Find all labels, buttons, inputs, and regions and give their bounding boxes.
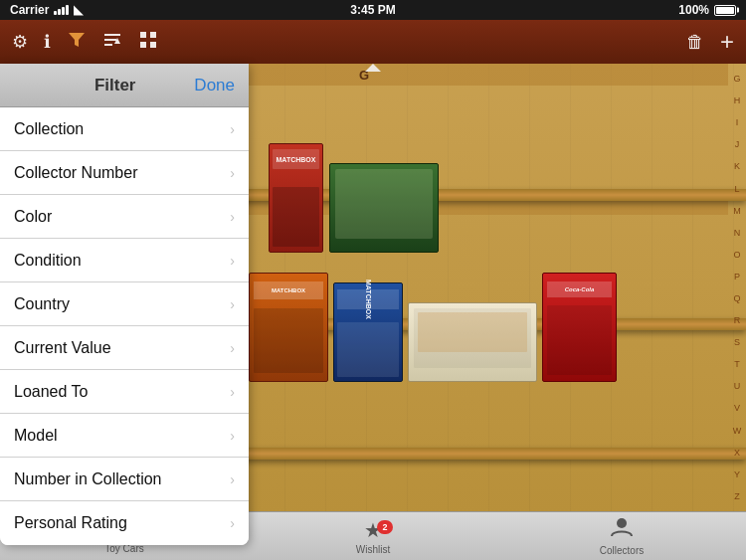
alpha-o[interactable]: O (733, 250, 740, 260)
alpha-p[interactable]: P (734, 272, 740, 281)
alpha-y[interactable]: Y (734, 469, 740, 479)
filter-item-label: Model (14, 427, 58, 445)
filter-item-label: Current Value (14, 339, 111, 357)
svg-marker-0 (69, 33, 85, 47)
chevron-right-icon: › (230, 209, 235, 225)
chevron-right-icon: › (230, 253, 235, 269)
svg-rect-7 (140, 42, 146, 48)
shelf-row-1: MATCHBOX (269, 143, 439, 253)
alpha-i[interactable]: I (736, 117, 739, 127)
status-bar-left: Carrier ◣ (10, 3, 83, 17)
shelf-row-2: MATCHBOX MATCHBOX Coca-Cola (249, 273, 617, 382)
filter-item-color[interactable]: Color › (0, 195, 249, 239)
chevron-right-icon: › (230, 471, 235, 487)
chevron-right-icon: › (230, 121, 235, 137)
alpha-h[interactable]: H (734, 95, 741, 105)
wishlist-badge: 2 (377, 520, 393, 534)
wishlist-label: Wishlist (356, 544, 390, 555)
trash-icon[interactable]: 🗑 (686, 32, 704, 53)
add-icon[interactable]: + (720, 28, 734, 56)
toolbar: ⚙ ℹ 🗑 + (0, 20, 746, 64)
toy-item[interactable]: Coca-Cola (542, 273, 617, 382)
alpha-x[interactable]: X (734, 448, 740, 458)
filter-item-loaned-to[interactable]: Loaned To › (0, 370, 249, 414)
status-bar-time: 3:45 PM (350, 3, 395, 17)
filter-icon[interactable] (67, 30, 87, 55)
collectors-icon (610, 516, 634, 543)
alpha-q[interactable]: Q (733, 293, 740, 303)
status-bar: Carrier ◣ 3:45 PM 100% (0, 0, 746, 20)
carrier-label: Carrier (10, 3, 49, 17)
filter-item-label: Country (14, 295, 70, 313)
collectors-label: Collectors (600, 545, 644, 556)
alpha-z[interactable]: Z (734, 491, 740, 501)
toolbar-left-group: ⚙ ℹ (12, 30, 158, 55)
filter-done-button[interactable]: Done (180, 76, 249, 95)
chevron-right-icon: › (230, 165, 235, 181)
status-bar-right: 100% (678, 3, 736, 17)
filter-item-label: Loaned To (14, 383, 88, 401)
filter-item-collection[interactable]: Collection › (0, 107, 249, 151)
alpha-l[interactable]: L (734, 184, 739, 194)
alpha-v[interactable]: V (734, 403, 740, 413)
alpha-m[interactable]: M (733, 206, 741, 216)
filter-item-current-value[interactable]: Current Value › (0, 326, 249, 370)
info-icon[interactable]: ℹ (44, 31, 51, 53)
alpha-k[interactable]: K (734, 161, 740, 171)
alpha-t[interactable]: T (734, 359, 740, 369)
filter-item-number-in-collection[interactable]: Number in Collection › (0, 458, 249, 501)
chevron-right-icon: › (230, 296, 235, 312)
toy-item[interactable]: MATCHBOX (269, 143, 323, 253)
svg-point-13 (617, 518, 627, 528)
alpha-w[interactable]: W (733, 426, 742, 436)
toolbar-right-group: 🗑 + (686, 28, 734, 56)
chevron-right-icon: › (230, 515, 235, 531)
svg-rect-6 (150, 32, 156, 38)
filter-item-label: Collector Number (14, 164, 137, 182)
filter-item-model[interactable]: Model › (0, 414, 249, 458)
filter-item-country[interactable]: Country › (0, 282, 249, 326)
grid-icon[interactable] (138, 30, 158, 55)
sort-icon[interactable] (102, 30, 122, 55)
alpha-r[interactable]: R (734, 315, 741, 325)
settings-icon[interactable]: ⚙ (12, 31, 28, 53)
filter-item-personal-rating[interactable]: Personal Rating › (0, 501, 249, 545)
alphabet-sidebar: G H I J K L M N O P Q R S T U V W X Y Z (728, 64, 746, 511)
filter-item-label: Condition (14, 252, 82, 270)
filter-item-label: Number in Collection (14, 470, 162, 488)
wifi-icon: ◣ (74, 3, 83, 17)
svg-rect-8 (150, 42, 156, 48)
toy-item[interactable]: MATCHBOX (333, 282, 403, 382)
battery-percent: 100% (678, 3, 709, 17)
alpha-n[interactable]: N (734, 228, 741, 238)
alpha-u[interactable]: U (734, 381, 741, 391)
svg-rect-1 (104, 34, 120, 36)
battery-fill (716, 7, 734, 14)
tab-wishlist[interactable]: 2 ★ Wishlist (249, 518, 497, 555)
filter-item-label: Collection (14, 120, 84, 138)
chevron-right-icon: › (230, 340, 235, 356)
alpha-s[interactable]: S (734, 337, 740, 347)
toy-item[interactable]: MATCHBOX (249, 273, 328, 382)
toy-item[interactable] (408, 302, 537, 382)
filter-title: Filter (50, 76, 180, 95)
svg-rect-2 (104, 39, 116, 41)
svg-rect-5 (140, 32, 146, 38)
toy-item[interactable] (329, 163, 439, 253)
filter-item-condition[interactable]: Condition › (0, 239, 249, 282)
battery-icon (714, 5, 736, 16)
signal-bars (54, 5, 69, 15)
chevron-right-icon: › (230, 428, 235, 444)
filter-item-label: Personal Rating (14, 514, 127, 532)
filter-dropdown: Filter Done Collection › Collector Numbe… (0, 64, 249, 545)
filter-item-label: Color (14, 208, 52, 226)
filter-active-indicator (365, 64, 381, 72)
alpha-j[interactable]: J (735, 139, 740, 149)
alpha-g[interactable]: G (733, 74, 740, 84)
tab-collectors[interactable]: Collectors (497, 516, 746, 556)
filter-header: Filter Done (0, 64, 249, 107)
filter-item-collector-number[interactable]: Collector Number › (0, 151, 249, 195)
svg-rect-3 (104, 44, 112, 46)
chevron-right-icon: › (230, 384, 235, 400)
